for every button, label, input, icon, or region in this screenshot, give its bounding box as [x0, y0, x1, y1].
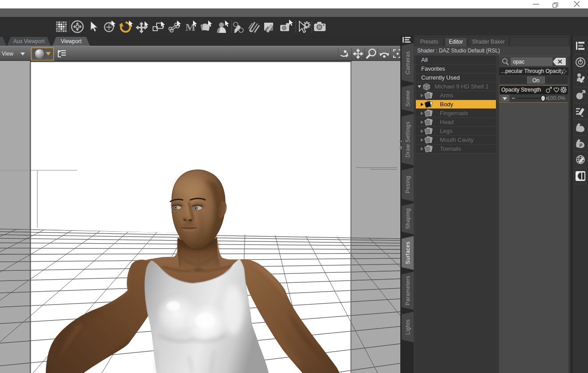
- svg-text:P: P: [580, 143, 583, 148]
- svg-text:View: View: [2, 51, 13, 57]
- svg-text:opac: opac: [513, 59, 524, 65]
- svg-text:100.0%: 100.0%: [547, 95, 565, 101]
